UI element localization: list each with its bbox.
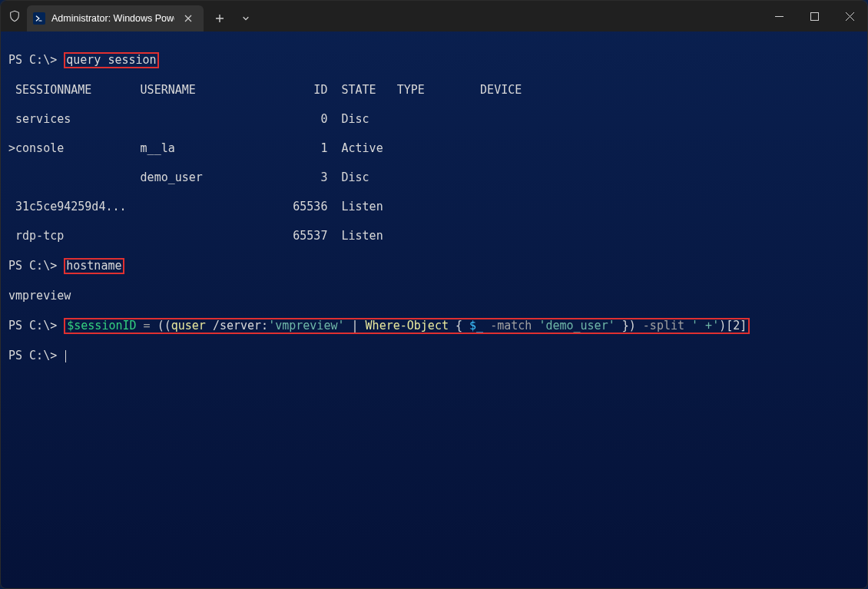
prompt: PS C:\> <box>8 319 57 333</box>
terminal-line: services 0 Disc <box>8 112 860 127</box>
prompt: PS C:\> <box>8 53 57 67</box>
tab-title: Administrator: Windows Powe <box>51 13 174 24</box>
terminal-line: vmpreview <box>8 289 860 303</box>
prompt: PS C:\> <box>8 259 57 273</box>
highlighted-command-3: $sessionID = ((quser /server:'vmpreview'… <box>64 318 750 334</box>
terminal-line: rdp-tcp 65537 Listen <box>8 229 860 243</box>
terminal-line: 31c5ce94259d4... 65536 Listen <box>8 200 860 214</box>
terminal-area[interactable]: PS C:\> query session SESSIONNAME USERNA… <box>1 31 867 588</box>
shield-icon <box>7 8 22 24</box>
terminal-line: demo_user 3 Disc <box>8 170 860 185</box>
maximize-button[interactable] <box>797 1 832 31</box>
minimize-button[interactable] <box>761 1 797 31</box>
terminal-line: PS C:\> $sessionID = ((quser /server:'vm… <box>8 318 860 334</box>
terminal-line: >console m__la 1 Active <box>8 141 860 156</box>
terminal-line: PS C:\> <box>8 349 860 363</box>
tab-close-button[interactable] <box>181 11 196 26</box>
window-controls <box>761 1 867 31</box>
title-bar-left: Administrator: Windows Powe <box>1 1 259 31</box>
tab-dropdown-button[interactable] <box>233 7 259 30</box>
highlighted-command-1: query session <box>64 52 158 68</box>
terminal-line: SESSIONNAME USERNAME ID STATE TYPE DEVIC… <box>8 83 860 98</box>
tab-actions <box>207 2 259 30</box>
terminal-line: PS C:\> hostname <box>8 258 860 274</box>
title-bar: Administrator: Windows Powe <box>1 1 867 31</box>
highlighted-command-2: hostname <box>64 258 124 274</box>
terminal-line: PS C:\> query session <box>8 52 860 68</box>
svg-rect-1 <box>810 12 818 20</box>
app-window: Administrator: Windows Powe <box>0 0 868 589</box>
tab-active[interactable]: Administrator: Windows Powe <box>27 5 204 31</box>
prompt: PS C:\> <box>8 349 57 362</box>
close-button[interactable] <box>832 1 867 31</box>
powershell-icon <box>33 12 45 25</box>
new-tab-button[interactable] <box>207 7 233 30</box>
cursor <box>65 350 66 362</box>
